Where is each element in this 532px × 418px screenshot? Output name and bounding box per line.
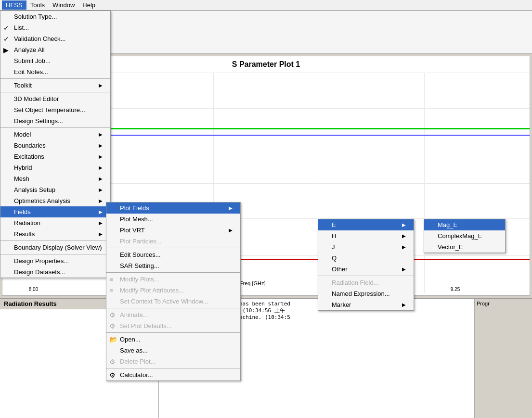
results-arrow: ▶: [99, 231, 103, 237]
plot-fields-submenu: E ▶ H ▶ J ▶ Q Other ▶ Radiation Field...…: [318, 219, 414, 311]
menu-item-design-properties[interactable]: Design Properties...: [0, 255, 110, 266]
e-submenu: Mag_E ComplexMag_E Vector_E: [424, 219, 506, 253]
excitations-arrow: ▶: [99, 154, 103, 159]
menu-item-list[interactable]: ✓ List...: [0, 22, 110, 33]
menu-item-toolkit[interactable]: Toolkit ▶: [0, 80, 110, 91]
menu-item-mesh[interactable]: Mesh ▶: [0, 173, 110, 184]
plot-fields-arrow: ▶: [229, 205, 233, 211]
menu-item-design-settings[interactable]: Design Settings...: [0, 115, 110, 127]
boundaries-arrow: ▶: [99, 143, 103, 148]
menu-item-analysis-setup[interactable]: Analysis Setup ▶: [0, 184, 110, 195]
sep3: [0, 127, 110, 128]
menu-item-boundary-display[interactable]: Boundary Display (Solver View): [0, 242, 110, 253]
marker-arrow: ▶: [402, 302, 406, 307]
fields-sub-plot-mesh[interactable]: Plot Mesh...: [106, 214, 240, 225]
menu-item-radiation[interactable]: Radiation ▶: [0, 217, 110, 228]
menu-item-validation[interactable]: ✓ Validation Check...: [0, 33, 110, 44]
fields-sep5: [106, 368, 240, 368]
modify-plots-icon: ≡: [109, 276, 113, 283]
analyze-icon: ▶: [3, 46, 9, 54]
sep1: [0, 78, 110, 79]
sep2: [0, 92, 110, 92]
pf-sub-q[interactable]: Q: [318, 253, 414, 264]
fields-sub-delete-plot[interactable]: ⚙ Delete Plot...: [106, 356, 240, 367]
list-check-icon: ✓: [3, 24, 9, 32]
pf-sub-named-expression[interactable]: Named Expression...: [318, 288, 414, 299]
fields-sub-plot-fields[interactable]: Plot Fields ▶: [106, 203, 240, 214]
fields-sub-save-as[interactable]: Save as...: [106, 345, 240, 356]
other-arrow: ▶: [402, 266, 406, 272]
open-icon: 📂: [109, 336, 117, 343]
fields-sub-plot-vrt[interactable]: Plot VRT ▶: [106, 225, 240, 236]
pf-sub-e[interactable]: E ▶: [318, 219, 414, 230]
menu-item-submit-job[interactable]: Submit Job...: [0, 55, 110, 66]
optimetrics-arrow: ▶: [99, 198, 103, 203]
menu-item-excitations[interactable]: Excitations ▶: [0, 151, 110, 162]
pf-sub-other[interactable]: Other ▶: [318, 264, 414, 275]
fields-sub-modify-plots[interactable]: ≡ Modify Plots...: [106, 274, 240, 285]
mesh-arrow: ▶: [99, 176, 103, 181]
h-arrow: ▶: [402, 233, 406, 239]
fields-sep1: [106, 248, 240, 248]
e-arrow: ▶: [402, 222, 406, 228]
menu-item-edit-notes[interactable]: Edit Notes...: [0, 66, 110, 77]
menu-item-set-obj-temp[interactable]: Set Object Temperature...: [0, 104, 110, 115]
fields-sub-calculator[interactable]: ⚙ Calculator...: [106, 369, 240, 380]
fields-sub-plot-particles[interactable]: Plot Particles...: [106, 236, 240, 247]
model-arrow: ▶: [99, 132, 103, 137]
sep4: [0, 241, 110, 241]
fields-sep4: [106, 332, 240, 333]
menu-item-3d-model[interactable]: 3D Model Editor: [0, 93, 110, 104]
modify-attrs-icon: ≡: [109, 287, 113, 294]
e-sub-vector-e[interactable]: Vector_E: [424, 241, 505, 253]
menu-item-solution-type[interactable]: Solution Type...: [0, 11, 110, 22]
fields-sep2: [106, 272, 240, 273]
fields-sub-open[interactable]: 📂 Open...: [106, 334, 240, 345]
menu-item-results[interactable]: Results ▶: [0, 228, 110, 240]
menu-item-boundaries[interactable]: Boundaries ▶: [0, 140, 110, 151]
menu-item-analyze-all[interactable]: ▶ Analyze All: [0, 44, 110, 55]
radiation-arrow: ▶: [99, 220, 103, 226]
animate-sub-icon: ⚙: [109, 311, 116, 319]
fields-sub-sar[interactable]: SAR Setting...: [106, 260, 240, 271]
fields-sep3: [106, 308, 240, 308]
menu-item-hybrid[interactable]: Hybrid ▶: [0, 162, 110, 173]
fields-sub-set-context[interactable]: Set Context To Active Window...: [106, 296, 240, 307]
fields-sub-set-plot-defaults[interactable]: ⚙ Set Plot Defaults...: [106, 320, 240, 331]
fields-sub-modify-attrs[interactable]: ≡ Modify Plot Attributes...: [106, 285, 240, 296]
hybrid-arrow: ▶: [99, 165, 103, 170]
dropdown-overlay: Solution Type... ✓ List... ✓ Validation …: [0, 0, 532, 418]
j-arrow: ▶: [402, 244, 406, 250]
delete-plot-icon: ⚙: [109, 358, 116, 366]
menu-item-optimetrics[interactable]: Optimetrics Analysis ▶: [0, 195, 110, 206]
pf-sub-j[interactable]: J ▶: [318, 241, 414, 253]
fields-sub-edit-sources[interactable]: Edit Sources...: [106, 249, 240, 260]
set-plot-defaults-icon: ⚙: [109, 322, 116, 330]
e-sub-complexmag-e[interactable]: ComplexMag_E: [424, 230, 505, 241]
e-sub-mag-e[interactable]: Mag_E: [424, 219, 505, 230]
pf-sub-radiation-field[interactable]: Radiation Field...: [318, 277, 414, 288]
toolkit-arrow: ▶: [99, 83, 103, 88]
analysis-setup-arrow: ▶: [99, 187, 103, 192]
sep5: [0, 254, 110, 254]
fields-submenu: Plot Fields ▶ Plot Mesh... Plot VRT ▶ Pl…: [106, 202, 241, 381]
pf-sub-h[interactable]: H ▶: [318, 230, 414, 241]
hfss-menu-dropdown: Solution Type... ✓ List... ✓ Validation …: [0, 11, 111, 278]
menu-item-model[interactable]: Model ▶: [0, 129, 110, 140]
menu-item-design-datasets[interactable]: Design Datasets...: [0, 266, 110, 278]
fields-sub-animate[interactable]: ⚙ Animate...: [106, 309, 240, 320]
pf-sep1: [318, 276, 414, 276]
validation-check-icon: ✓: [3, 35, 9, 43]
calculator-icon: ⚙: [109, 371, 116, 379]
pf-sub-marker[interactable]: Marker ▶: [318, 299, 414, 310]
fields-arrow: ▶: [99, 209, 103, 215]
plot-vrt-arrow: ▶: [229, 228, 233, 233]
menu-item-fields[interactable]: Fields ▶: [0, 206, 110, 217]
